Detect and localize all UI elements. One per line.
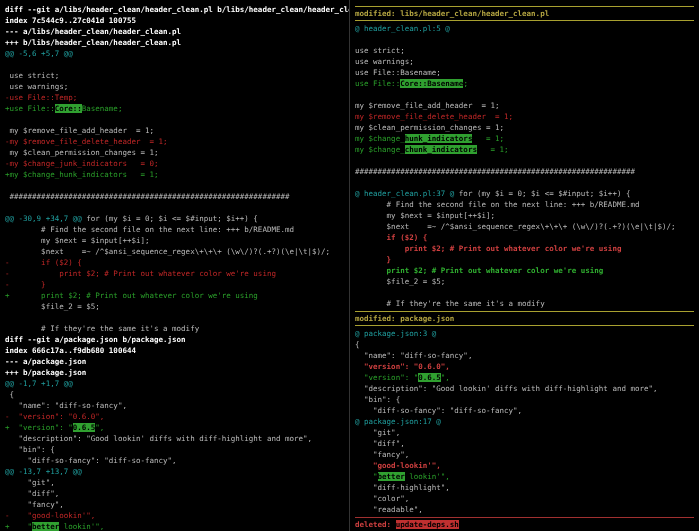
- code-segment: chunk_indicators: [405, 145, 477, 154]
- code-segment: - "version": "0.6.0",: [5, 412, 104, 421]
- code-line: "description": "Good lookin' diffs with …: [5, 433, 344, 444]
- code-segment: - print $2; # Print out whatever color w…: [5, 269, 276, 278]
- code-line: $file_2 = $5;: [355, 276, 694, 287]
- code-segment: [355, 288, 360, 297]
- code-segment: use File::Basename;: [355, 68, 441, 77]
- code-segment: Core::: [55, 104, 82, 113]
- code-line: my $clean_permission_changes = 1;: [5, 147, 344, 158]
- code-segment: @@ -13,7 +13,7 @@: [5, 467, 82, 476]
- code-segment: "description": "Good lookin' diffs with …: [355, 384, 658, 393]
- code-line: [355, 89, 694, 100]
- code-line: "version": "0.6.0",: [355, 361, 694, 372]
- code-line: "git",: [355, 427, 694, 438]
- code-line: ########################################…: [355, 166, 694, 177]
- code-line: + "version": "0.6.5",: [5, 422, 344, 433]
- code-line: "name": "diff-so-fancy",: [355, 350, 694, 361]
- code-segment: deleted:: [355, 520, 396, 529]
- code-segment: +++ b/package.json: [5, 368, 86, 377]
- code-line: @ header_clean.pl:5 @: [355, 23, 694, 34]
- code-segment: @ package.json:17 @: [355, 417, 441, 426]
- code-segment: ": [355, 472, 378, 481]
- code-segment: "bin": {: [355, 395, 400, 404]
- code-line: }: [355, 254, 694, 265]
- code-line: - }: [5, 279, 344, 290]
- code-segment: --- a/libs/header_clean/header_clean.pl: [5, 27, 181, 36]
- code-line: if ($2) {: [355, 232, 694, 243]
- code-line: my $change_hunk_indicators = 1;: [355, 133, 694, 144]
- code-segment: - if ($2) {: [5, 258, 82, 267]
- code-line: my $change_chunk_indicators = 1;: [355, 144, 694, 155]
- code-line: use strict;: [355, 45, 694, 56]
- code-segment: lookin'",: [405, 472, 450, 481]
- code-line: "name": "diff-so-fancy",: [5, 400, 344, 411]
- code-line: # If they're the same it's a modify: [355, 298, 694, 309]
- code-segment: Core::Basename: [400, 79, 463, 88]
- code-segment: +++ b/libs/header_clean/header_clean.pl: [5, 38, 181, 47]
- code-line: {: [355, 339, 694, 350]
- right-diff-pane: modified: libs/header_clean/header_clean…: [349, 0, 699, 531]
- code-line: - if ($2) {: [5, 257, 344, 268]
- code-segment: +use File::: [5, 104, 55, 113]
- code-segment: "diff",: [355, 439, 405, 448]
- code-segment: {: [355, 340, 360, 349]
- code-line: use strict;: [5, 70, 344, 81]
- code-line: my $remove_file_delete_header = 1;: [355, 111, 694, 122]
- code-segment: for (my $i = 0; $i <= $#input; $i++) {: [454, 189, 630, 198]
- code-segment: hunk_indicators: [405, 134, 473, 143]
- code-line: "fancy",: [5, 499, 344, 510]
- code-segment: [355, 156, 360, 165]
- code-segment: }: [355, 255, 391, 264]
- code-segment: [5, 181, 10, 190]
- code-segment: ",: [95, 423, 104, 432]
- code-segment: {: [5, 390, 14, 399]
- code-line: "diff-highlight",: [355, 482, 694, 493]
- code-segment: my $change_: [355, 134, 405, 143]
- code-segment: "diff-so-fancy": "diff-so-fancy",: [355, 406, 522, 415]
- code-line: ########################################…: [5, 191, 344, 202]
- code-line: @@ -5,6 +5,7 @@: [5, 48, 344, 59]
- code-line: # If they're the same it's a modify: [5, 323, 344, 334]
- code-segment: @@ -1,7 +1,7 @@: [5, 379, 73, 388]
- code-segment: my $clean_permission_changes = 1;: [355, 123, 504, 132]
- code-line: my $remove_file_add_header = 1;: [355, 100, 694, 111]
- code-segment: if ($2) {: [355, 233, 427, 242]
- code-line: - print $2; # Print out whatever color w…: [5, 268, 344, 279]
- code-line: "fancy",: [355, 449, 694, 460]
- code-line: +++ b/libs/header_clean/header_clean.pl: [5, 37, 344, 48]
- code-segment: "name": "diff-so-fancy",: [5, 401, 127, 410]
- code-segment: [355, 35, 360, 44]
- code-line: @ package.json:3 @: [355, 328, 694, 339]
- code-segment: for (my $i = 0; $i <= $#input; $i++) {: [82, 214, 258, 223]
- code-segment: lookin'",: [59, 522, 104, 531]
- code-line: my $next = $input[++$i];: [355, 210, 694, 221]
- code-segment: + "version": ": [5, 423, 73, 432]
- code-line: [5, 180, 344, 191]
- code-segment: my $next = $input[++$i];: [5, 236, 150, 245]
- code-segment: # Find the second file on the next line:…: [355, 200, 639, 209]
- code-line: "bin": {: [5, 444, 344, 455]
- code-line: {: [5, 389, 344, 400]
- code-line: + print $2; # Print out whatever color w…: [5, 290, 344, 301]
- code-segment: [355, 90, 360, 99]
- code-segment: [5, 60, 10, 69]
- code-line: @@ -13,7 +13,7 @@: [5, 466, 344, 477]
- code-segment: my $next = $input[++$i];: [355, 211, 495, 220]
- code-line: [355, 34, 694, 45]
- code-line: --- a/libs/header_clean/header_clean.pl: [5, 26, 344, 37]
- code-line: "git",: [5, 477, 344, 488]
- code-segment: [5, 115, 10, 124]
- code-line: "diff",: [5, 488, 344, 499]
- code-line: [5, 202, 344, 213]
- code-line: -my $remove_file_delete_header = 1;: [5, 136, 344, 147]
- code-segment: use strict;: [355, 46, 405, 55]
- code-segment: @ package.json:3 @: [355, 329, 436, 338]
- code-segment: = 1;: [472, 134, 504, 143]
- code-segment: ########################################…: [5, 192, 289, 201]
- code-line: diff --git a/libs/header_clean/header_cl…: [5, 4, 344, 15]
- code-segment: # If they're the same it's a modify: [5, 324, 199, 333]
- code-segment: @@ -5,6 +5,7 @@: [5, 49, 73, 58]
- code-segment: my $remove_file_delete_header = 1;: [355, 112, 513, 121]
- code-line: @@ -30,9 +34,7 @@ for (my $i = 0; $i <= …: [5, 213, 344, 224]
- code-segment: ;: [463, 79, 468, 88]
- code-segment: index 7c544c9..27c041d 100755: [5, 16, 136, 25]
